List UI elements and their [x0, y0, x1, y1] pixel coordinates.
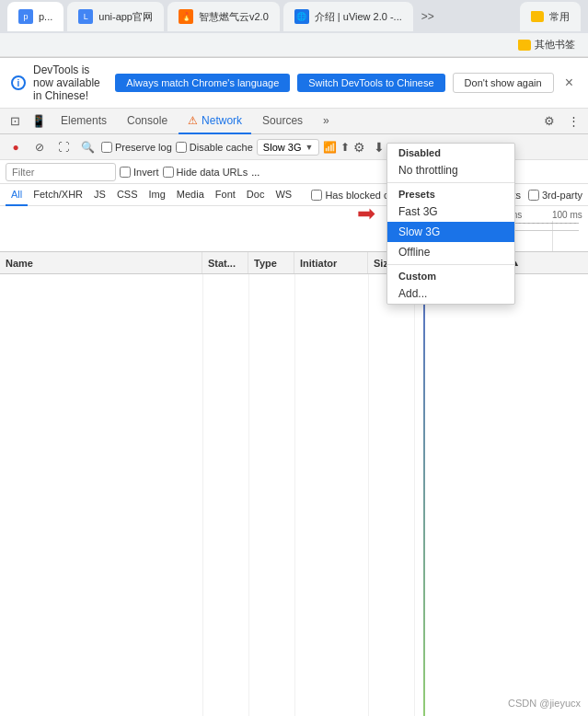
dropdown-item-add[interactable]: Add...	[387, 283, 514, 304]
switch-devtools-button[interactable]: Switch DevTools to Chinese	[297, 74, 444, 92]
type-btn-doc[interactable]: Doc	[241, 184, 271, 206]
th-initiator-label: Initiator	[300, 258, 337, 269]
invert-label: Invert	[133, 167, 159, 178]
col-line-3	[294, 274, 295, 716]
record-button[interactable]: ●	[6, 137, 26, 157]
dropdown-section-presets: Presets	[387, 185, 514, 202]
tab-more-button[interactable]: >>	[417, 6, 439, 28]
tab-4[interactable]: 🌐 介绍 | uView 2.0 -...	[283, 2, 413, 31]
tab-network-label: Network	[202, 114, 242, 127]
devtools-settings-button[interactable]: ⚙	[538, 110, 560, 133]
tab-network[interactable]: ⚠ Network	[179, 109, 251, 134]
type-btn-fetch-xhr[interactable]: Fetch/XHR	[28, 184, 88, 206]
tab-console-label: Console	[127, 114, 167, 127]
dropdown-divider-2	[387, 264, 514, 265]
dropdown-item-fast3g[interactable]: Fast 3G	[387, 202, 514, 222]
inspect-cursor-button[interactable]: ⊡	[4, 110, 26, 133]
dont-show-button[interactable]: Don't show again	[453, 73, 554, 93]
bookmark-other[interactable]: 其他书签	[513, 36, 581, 53]
banner-close-button[interactable]: ×	[561, 75, 577, 91]
third-party-label: 3rd-party	[542, 190, 582, 201]
info-icon: i	[11, 75, 26, 90]
throttle-dropdown-arrow: ▼	[305, 143, 313, 152]
type-btn-media[interactable]: Media	[171, 184, 210, 206]
tab-1-favicon: p	[18, 9, 33, 24]
dropdown-item-slow3g[interactable]: Slow 3G	[387, 222, 514, 242]
tab-more-devtools[interactable]: »	[314, 109, 339, 134]
tab-more-label: »	[323, 114, 329, 127]
network-settings-button[interactable]: ⚙	[353, 140, 365, 155]
filter-button[interactable]: ⛶	[53, 137, 74, 157]
preserve-log-input[interactable]	[101, 142, 112, 153]
bookmarks-bar: 其他书签	[0, 33, 588, 57]
network-warning-icon: ⚠	[188, 114, 198, 127]
filter-input[interactable]	[6, 163, 116, 181]
dropdown-item-offline[interactable]: Offline	[387, 242, 514, 262]
tab-2-favicon: L	[78, 9, 93, 24]
info-banner-text: DevTools is now available in Chinese!	[33, 64, 108, 102]
bookmarks-folder-icon	[531, 11, 544, 22]
dropdown-section-custom: Custom	[387, 267, 514, 283]
red-arrow: ➡	[357, 201, 375, 226]
tab-sources-label: Sources	[262, 114, 303, 127]
type-btn-ws[interactable]: WS	[270, 184, 297, 206]
devtools-more-button[interactable]: ⋮	[562, 110, 584, 133]
col-line-5	[414, 274, 415, 716]
dropdown-item-no-throttle[interactable]: No throttling	[387, 160, 514, 180]
disable-cache-checkbox[interactable]: Disable cache	[176, 142, 253, 153]
info-banner: i DevTools is now available in Chinese! …	[0, 58, 588, 109]
tab-elements-label: Elements	[61, 114, 107, 127]
match-language-button[interactable]: Always match Chrome's language	[115, 74, 290, 92]
th-status[interactable]: Stat...	[202, 252, 248, 273]
filter-ellipsis-button[interactable]: ...	[251, 167, 259, 178]
dropdown-divider-1	[387, 182, 514, 183]
invert-input[interactable]	[120, 167, 131, 178]
device-toolbar-button[interactable]: 📱	[28, 110, 50, 133]
tab-elements[interactable]: Elements	[52, 109, 116, 134]
tab-2-label: uni-app官网	[98, 10, 153, 24]
type-btn-all[interactable]: All	[6, 184, 28, 206]
devtools-right-icons: ⚙ ⋮	[538, 110, 584, 133]
search-button[interactable]: 🔍	[77, 137, 98, 157]
disable-cache-label: Disable cache	[190, 142, 253, 153]
type-btn-img[interactable]: Img	[144, 184, 171, 206]
tab-4-favicon: 🌐	[294, 9, 309, 24]
th-type[interactable]: Type	[248, 252, 294, 273]
timeline-tick-4	[552, 221, 553, 251]
disable-cache-input[interactable]	[176, 142, 187, 153]
tab-1[interactable]: p p...	[7, 2, 63, 31]
preserve-log-checkbox[interactable]: Preserve log	[101, 142, 172, 153]
timeline-label-100ms: 100 ms	[552, 210, 582, 220]
th-name[interactable]: Name	[0, 252, 202, 273]
tab-console[interactable]: Console	[118, 109, 177, 134]
tab-3[interactable]: 🔥 智慧燃气云v2.0	[167, 2, 280, 31]
th-type-label: Type	[254, 258, 277, 269]
invert-checkbox[interactable]: Invert	[120, 167, 159, 178]
csdn-watermark: CSDN @jieyucx	[508, 698, 581, 709]
tab-3-label: 智慧燃气云v2.0	[199, 10, 269, 24]
tab-bookmarks[interactable]: 常用	[520, 2, 581, 31]
th-initiator[interactable]: Initiator	[294, 252, 368, 273]
throttle-dropdown[interactable]: Slow 3G ▼	[257, 139, 320, 156]
th-status-label: Stat...	[208, 258, 236, 269]
has-blocked-cookies-input[interactable]	[311, 190, 322, 201]
tab-2[interactable]: L uni-app官网	[67, 2, 164, 31]
upload-icon: ⬆	[340, 141, 350, 154]
dropdown-section-disabled: Disabled	[387, 144, 514, 160]
th-name-label: Name	[6, 258, 33, 269]
type-btn-js[interactable]: JS	[88, 184, 111, 206]
tab-1-label: p...	[39, 11, 52, 22]
type-btn-font[interactable]: Font	[210, 184, 241, 206]
bookmark-other-label: 其他书签	[535, 38, 575, 52]
tab-bookmarks-label: 常用	[549, 10, 570, 24]
type-btn-css[interactable]: CSS	[111, 184, 144, 206]
hide-data-urls-input[interactable]	[163, 167, 174, 178]
third-party-checkbox[interactable]: 3rd-party	[528, 190, 582, 201]
hide-data-urls-checkbox[interactable]: Hide data URLs	[163, 167, 248, 178]
clear-button[interactable]: ⊘	[29, 137, 50, 157]
col-line-4	[368, 274, 369, 716]
tab-sources[interactable]: Sources	[253, 109, 312, 134]
throttle-value: Slow 3G	[263, 142, 302, 153]
tab-4-label: 介绍 | uView 2.0 -...	[315, 10, 402, 24]
third-party-input[interactable]	[528, 190, 539, 201]
